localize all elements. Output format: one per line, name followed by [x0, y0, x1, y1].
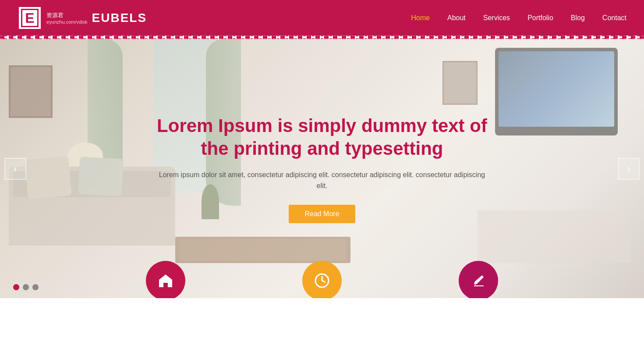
nav-home[interactable]: Home	[411, 14, 430, 21]
edit-feature-icon[interactable]	[459, 261, 498, 298]
hero-section: ‹ Lorem Ipsum is simply dummy text of th…	[0, 39, 644, 298]
nav-links: Home About Services Portfolio Blog Conta…	[411, 14, 626, 22]
carousel-next-button[interactable]: ›	[618, 158, 640, 180]
nav-about[interactable]: About	[447, 14, 466, 21]
brand-letter: E	[21, 9, 38, 27]
brand-logo[interactable]: E 资源君 eyunzhu.com/vdisk EUBELS	[18, 6, 147, 30]
bottom-icons-row	[0, 254, 644, 298]
chevron-right-icon: ›	[627, 163, 630, 175]
brand-name: EUBELS	[92, 11, 147, 25]
brand-cn-text: 资源君	[46, 11, 88, 19]
chevron-left-icon: ‹	[14, 163, 17, 175]
nav-portfolio[interactable]: Portfolio	[527, 14, 553, 21]
hero-cta-button[interactable]: Read More	[289, 205, 355, 223]
clock-feature-icon[interactable]	[302, 261, 342, 298]
hero-title: Lorem Ipsum is simply dummy text of the …	[156, 114, 488, 160]
nav-divider	[0, 36, 644, 39]
nav-services[interactable]: Services	[483, 14, 510, 21]
nav-contact[interactable]: Contact	[602, 14, 626, 21]
brand-url-text: eyunzhu.com/vdisk	[46, 19, 88, 25]
nav-blog[interactable]: Blog	[571, 14, 585, 21]
brand-text: 资源君 eyunzhu.com/vdisk	[46, 11, 88, 25]
brand-logo-box: E	[18, 6, 42, 30]
hero-content: Lorem Ipsum is simply dummy text of the …	[156, 114, 488, 223]
carousel-prev-button[interactable]: ‹	[4, 158, 26, 180]
home-feature-icon[interactable]	[146, 261, 185, 298]
svg-line-2	[322, 281, 326, 282]
hero-subtitle: Lorem ipsum dolor sit amet, consectetur …	[156, 169, 488, 191]
navbar: E 资源君 eyunzhu.com/vdisk EUBELS Home Abou…	[0, 0, 644, 36]
